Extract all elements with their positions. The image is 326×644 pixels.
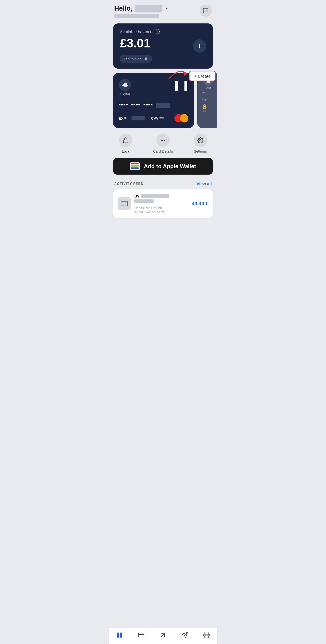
dots-icon: ••• [160,138,166,143]
card-type-label: Digital [120,92,130,96]
w-logo-icon [174,79,188,93]
wallet-icon [130,162,140,170]
svg-rect-4 [123,140,128,143]
balance-label: Available balance [120,29,152,34]
balance-card: Available balance i £3.01 + Tap to hide … [113,23,213,69]
mini-card-num: **** [202,91,215,94]
wallet-stripe-blue [131,168,139,169]
mc-yellow-circle [180,114,188,122]
card-settings-button[interactable]: Settings [194,134,207,153]
mini-card-exp: EXP • [202,99,215,102]
settings-label: Settings [194,149,207,153]
card-bottom: EXP CVV *** [119,114,188,122]
create-card-button[interactable]: + Create [189,71,216,81]
balance-label-row: Available balance i [120,29,206,34]
transaction-icon [118,197,131,210]
create-label: + Create [194,74,211,78]
info-icon[interactable]: i [155,29,160,34]
plus-icon: + [198,42,201,50]
wallet-stripe-yellow [131,165,139,166]
transactions-card: By Debit Card Refund 21 Mar 2024 04:56 P… [113,189,213,218]
chevron-down-icon[interactable]: ▾ [166,6,168,11]
merchant-sub-blurred [134,199,154,203]
transaction-info: By Debit Card Refund 21 Mar 2024 04:56 P… [134,194,188,213]
svg-rect-3 [178,81,184,91]
header-left: Hello, ▾ [114,4,200,18]
card-exp-cvv: EXP CVV *** [119,116,164,120]
card-carousel: ☁️ Digital **** **** **** [113,73,213,128]
hello-row: Hello, ▾ [114,4,200,12]
transaction-amount: 44.44 € [192,201,208,207]
svg-rect-6 [121,201,127,206]
tap-to-hide-button[interactable]: Tap to hide 👁 [120,55,152,63]
create-button-wrapper: + Create [189,71,216,81]
chat-icon [203,8,209,14]
lock-icon-circle [119,134,132,147]
cards-section: + Create ☁️ Digital **** [113,73,213,128]
cvv-label: CVV *** [151,116,164,120]
card-num-group1: **** [119,103,128,108]
card-brand-logo [174,79,188,95]
gear-icon [197,137,203,143]
card-details-icon-circle: ••• [156,134,170,147]
activity-feed-header: ACTIVITY FEED View all [109,181,217,189]
lock-label: Lock [122,149,129,153]
mini-lock-label: Loc [202,110,215,112]
add-to-apple-wallet-button[interactable]: Add to Apple Wallet [113,158,213,175]
settings-icon-circle [194,134,207,147]
main-debit-card[interactable]: ☁️ Digital **** **** **** [113,73,194,128]
mini-card-type: Digit [206,86,211,89]
transaction-type: Debit Card Refund [134,206,188,210]
card-transaction-icon [120,200,128,208]
greeting-text: Hello, [114,4,132,12]
card-type-icon: ☁️ [119,79,131,91]
card-details-label: Card Details [153,149,173,153]
exp-label: EXP [119,116,126,120]
tap-to-hide-label: Tap to hide [124,57,142,61]
card-num-group4-blurred [156,103,170,108]
wallet-stripe-green [131,167,139,168]
secondary-card-peek[interactable]: ☁️ Digit **** EXP • 🔒 Loc [197,73,217,128]
card-top: ☁️ Digital [119,79,188,96]
balance-amount-text: £3.01 [120,36,150,50]
apple-wallet-label: Add to Apple Wallet [144,163,196,170]
exp-value-blurred [132,116,145,120]
view-all-button[interactable]: View all [196,181,212,186]
add-funds-button[interactable]: + [193,39,206,53]
transaction-date: 21 Mar 2024 04:56 PM [134,210,188,213]
merchant-name-blurred [141,194,169,198]
header: Hello, ▾ [109,0,217,21]
mastercard-logo [174,114,188,122]
lock-icon [123,137,129,143]
activity-feed-title: ACTIVITY FEED [114,182,143,186]
card-num-group2: **** [131,103,140,108]
merchant-prefix: By [134,194,139,198]
wallet-stripe-red [131,163,139,164]
card-num-group3: **** [143,103,153,108]
account-subtitle-blurred [114,14,159,18]
chat-button[interactable] [200,4,212,17]
svg-point-5 [200,139,201,141]
lock-card-button[interactable]: Lock [119,134,132,153]
card-number-row: **** **** **** [119,103,188,108]
mini-lock-icon: 🔒 [202,104,215,109]
eye-icon: 👁 [144,56,148,61]
merchant-row: By [134,194,188,198]
card-details-button[interactable]: ••• Card Details [153,134,173,153]
table-row[interactable]: By Debit Card Refund 21 Mar 2024 04:56 P… [118,194,208,213]
card-actions: Lock ••• Card Details Settings [109,134,217,153]
user-name-blurred [135,5,162,12]
